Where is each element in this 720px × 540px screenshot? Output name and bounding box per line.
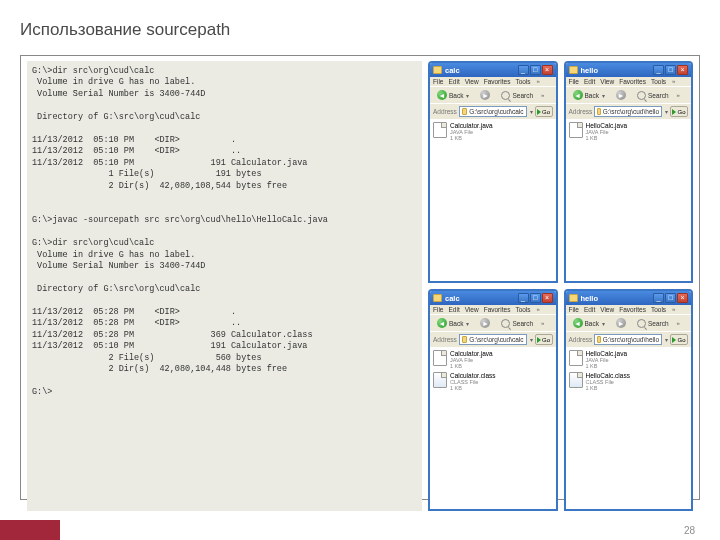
file-size: 1 KB <box>586 363 628 369</box>
file-item[interactable]: Calculator.class CLASS File 1 KB <box>433 372 553 391</box>
back-button[interactable]: ◄Back▾ <box>433 88 473 102</box>
forward-button[interactable]: ► <box>612 88 630 102</box>
chevron-right-icon[interactable]: » <box>672 306 675 313</box>
menu-bar: FileEditViewFavoritesTools» <box>566 77 692 86</box>
menu-item[interactable]: View <box>465 306 479 313</box>
file-item[interactable]: HelloCalc.java JAVA File 1 KB <box>569 122 689 141</box>
menu-item[interactable]: File <box>433 78 443 85</box>
close-button[interactable]: × <box>677 293 688 303</box>
window-titlebar[interactable]: calc _ □ × <box>430 63 556 77</box>
go-button[interactable]: Go <box>535 334 553 345</box>
menu-item[interactable]: Tools <box>515 306 530 313</box>
chevron-down-icon[interactable]: ▾ <box>665 108 668 115</box>
address-input[interactable]: G:\src\org\cud\hello <box>594 106 662 117</box>
back-button[interactable]: ◄Back▾ <box>569 316 609 330</box>
menu-item[interactable]: Favorites <box>484 306 511 313</box>
menu-item[interactable]: Tools <box>651 78 666 85</box>
file-item[interactable]: HelloCalc.java JAVA File 1 KB <box>569 350 689 369</box>
close-button[interactable]: × <box>677 65 688 75</box>
menu-item[interactable]: Edit <box>448 78 459 85</box>
menu-item[interactable]: View <box>600 78 614 85</box>
go-arrow-icon <box>537 337 541 343</box>
menu-item[interactable]: Edit <box>448 306 459 313</box>
maximize-button[interactable]: □ <box>665 293 676 303</box>
chevron-down-icon[interactable]: ▾ <box>602 320 605 327</box>
menu-item[interactable]: File <box>569 306 579 313</box>
forward-button[interactable]: ► <box>476 316 494 330</box>
go-button[interactable]: Go <box>535 106 553 117</box>
window-titlebar[interactable]: hello _ □ × <box>566 291 692 305</box>
back-button[interactable]: ◄Back▾ <box>433 316 473 330</box>
menu-item[interactable]: Favorites <box>484 78 511 85</box>
go-button[interactable]: Go <box>670 334 688 345</box>
menu-item[interactable]: View <box>600 306 614 313</box>
file-pane[interactable]: Calculator.java JAVA File 1 KB Calculato… <box>430 347 556 509</box>
folder-icon <box>597 108 600 115</box>
window-title: calc <box>445 66 515 75</box>
file-pane[interactable]: Calculator.java JAVA File 1 KB <box>430 119 556 281</box>
menu-item[interactable]: Favorites <box>619 306 646 313</box>
address-path: G:\src\org\cud\hello <box>603 108 659 115</box>
address-input[interactable]: G:\src\org\cud\calc <box>459 334 527 345</box>
minimize-button[interactable]: _ <box>518 293 529 303</box>
chevron-down-icon[interactable]: ▾ <box>466 320 469 327</box>
search-button[interactable]: Search <box>497 89 537 102</box>
chevron-down-icon[interactable]: ▾ <box>530 336 533 343</box>
menu-item[interactable]: Edit <box>584 78 595 85</box>
address-path: G:\src\org\cud\calc <box>469 336 523 343</box>
back-button[interactable]: ◄Back▾ <box>569 88 609 102</box>
address-label: Address <box>433 336 457 343</box>
menu-item[interactable]: Edit <box>584 306 595 313</box>
address-input[interactable]: G:\src\org\cud\calc <box>459 106 527 117</box>
address-label: Address <box>569 108 593 115</box>
folder-icon <box>462 108 467 115</box>
folder-icon <box>569 294 578 302</box>
chevron-down-icon[interactable]: ▾ <box>665 336 668 343</box>
address-input[interactable]: G:\src\org\cud\hello <box>594 334 662 345</box>
window-titlebar[interactable]: hello _ □ × <box>566 63 692 77</box>
chevron-right-icon[interactable]: » <box>537 306 540 313</box>
close-button[interactable]: × <box>542 65 553 75</box>
chevron-right-icon[interactable]: » <box>541 92 544 98</box>
maximize-button[interactable]: □ <box>665 65 676 75</box>
file-name: HelloCalc.java <box>586 350 628 357</box>
search-button[interactable]: Search <box>497 317 537 330</box>
file-pane[interactable]: HelloCalc.java JAVA File 1 KB <box>566 119 692 281</box>
window-titlebar[interactable]: calc _ □ × <box>430 291 556 305</box>
menu-item[interactable]: Tools <box>651 306 666 313</box>
file-item[interactable]: Calculator.java JAVA File 1 KB <box>433 122 553 141</box>
forward-icon: ► <box>616 90 626 100</box>
menu-item[interactable]: Favorites <box>619 78 646 85</box>
forward-button[interactable]: ► <box>476 88 494 102</box>
chevron-right-icon[interactable]: » <box>537 78 540 85</box>
explorer-grid: calc _ □ × FileEditViewFavoritesTools» ◄… <box>428 61 693 511</box>
chevron-right-icon[interactable]: » <box>672 78 675 85</box>
menu-item[interactable]: File <box>569 78 579 85</box>
explorer-window: hello _ □ × FileEditViewFavoritesTools» … <box>564 289 694 511</box>
minimize-button[interactable]: _ <box>653 65 664 75</box>
search-button[interactable]: Search <box>633 89 673 102</box>
file-item[interactable]: Calculator.java JAVA File 1 KB <box>433 350 553 369</box>
forward-button[interactable]: ► <box>612 316 630 330</box>
menu-item[interactable]: Tools <box>515 78 530 85</box>
chevron-down-icon[interactable]: ▾ <box>602 92 605 99</box>
go-button[interactable]: Go <box>670 106 688 117</box>
chevron-right-icon[interactable]: » <box>541 320 544 326</box>
maximize-button[interactable]: □ <box>530 65 541 75</box>
address-path: G:\src\org\cud\hello <box>603 336 659 343</box>
menu-item[interactable]: File <box>433 306 443 313</box>
explorer-window: hello _ □ × FileEditViewFavoritesTools» … <box>564 61 694 283</box>
toolbar: ◄Back▾ ► Search » <box>430 314 556 331</box>
chevron-down-icon[interactable]: ▾ <box>466 92 469 99</box>
menu-item[interactable]: View <box>465 78 479 85</box>
maximize-button[interactable]: □ <box>530 293 541 303</box>
chevron-right-icon[interactable]: » <box>677 320 680 326</box>
file-item[interactable]: HelloCalc.class CLASS File 1 KB <box>569 372 689 391</box>
minimize-button[interactable]: _ <box>653 293 664 303</box>
search-button[interactable]: Search <box>633 317 673 330</box>
close-button[interactable]: × <box>542 293 553 303</box>
chevron-right-icon[interactable]: » <box>677 92 680 98</box>
minimize-button[interactable]: _ <box>518 65 529 75</box>
file-pane[interactable]: HelloCalc.java JAVA File 1 KB HelloCalc.… <box>566 347 692 509</box>
chevron-down-icon[interactable]: ▾ <box>530 108 533 115</box>
